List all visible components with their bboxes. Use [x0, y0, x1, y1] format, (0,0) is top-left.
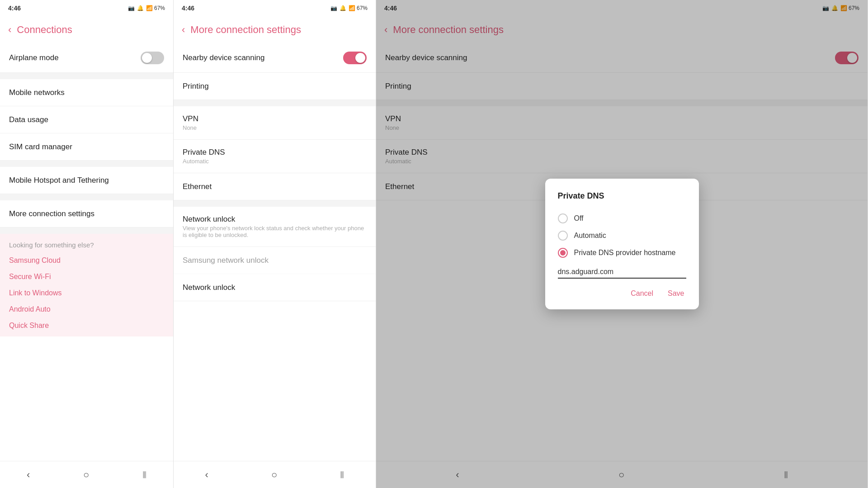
- radio-label-automatic: Automatic: [574, 232, 606, 240]
- dns-input-row: [558, 268, 686, 279]
- radio-automatic[interactable]: Automatic: [558, 227, 686, 244]
- top-bar-1: ‹ Connections: [0, 16, 173, 43]
- toggle-airplane[interactable]: [141, 52, 164, 64]
- status-icons-1: 📷 🔔 📶 67%: [128, 5, 165, 11]
- radio-off[interactable]: Off: [558, 210, 686, 227]
- back-button-1[interactable]: ‹: [8, 24, 11, 36]
- battery-icon-1: 📶 67%: [146, 5, 165, 11]
- label-more-connection: More connection settings: [9, 209, 94, 218]
- nav-back-1[interactable]: ‹: [16, 465, 41, 484]
- signal-icon-1: 📷: [128, 5, 135, 11]
- back-button-2[interactable]: ‹: [182, 24, 185, 36]
- dialog-actions: Cancel Save: [558, 287, 686, 300]
- private-dns-text-p2: Private DNS Automatic: [183, 148, 225, 165]
- sublabel-private-dns-p2: Automatic: [183, 158, 225, 165]
- settings-item-more-connection[interactable]: More connection settings: [0, 200, 173, 227]
- settings-item-private-dns-p2[interactable]: Private DNS Automatic: [174, 140, 376, 173]
- settings-item-nearby-scan[interactable]: Nearby device scanning: [174, 43, 376, 73]
- sep-4: [0, 227, 173, 234]
- settings-item-sim[interactable]: SIM card manager: [0, 133, 173, 161]
- battery-icon-2: 📶 67%: [349, 5, 368, 11]
- looking-for-section: Looking for something else? Samsung Clou…: [0, 234, 173, 336]
- page-title-2: More connection settings: [190, 24, 301, 36]
- sublabel-vpn: None: [183, 124, 198, 131]
- cam-icon-2: 📷: [330, 5, 337, 11]
- bell-icon-2: 🔔: [340, 5, 346, 11]
- settings-list-1: Airplane mode Mobile networks Data usage…: [0, 43, 173, 461]
- label-network-unlock-header: Network unlock: [183, 215, 367, 224]
- dialog-title: Private DNS: [558, 191, 686, 201]
- time-1: 4:46: [8, 5, 21, 12]
- label-network-unlock: Network unlock: [183, 283, 235, 292]
- link-android-auto[interactable]: Android Auto: [9, 301, 164, 317]
- status-bar-2: 4:46 📷 🔔 📶 67%: [174, 0, 376, 16]
- save-button[interactable]: Save: [666, 287, 686, 300]
- settings-item-network-unlock-header[interactable]: Network unlock View your phone's network…: [174, 207, 376, 247]
- label-nearby-scan: Nearby device scanning: [183, 53, 264, 62]
- looking-for-header: Looking for something else?: [9, 241, 164, 249]
- settings-item-network-unlock[interactable]: Network unlock: [174, 274, 376, 301]
- label-hotspot: Mobile Hotspot and Tethering: [9, 176, 109, 185]
- toggle-nearby-scan[interactable]: [343, 52, 367, 64]
- settings-item-hotspot[interactable]: Mobile Hotspot and Tethering: [0, 167, 173, 194]
- page-title-1: Connections: [17, 24, 72, 36]
- label-airplane: Airplane mode: [9, 53, 59, 62]
- dialog-overlay: Private DNS Off Automatic Private DNS pr…: [376, 0, 868, 488]
- settings-item-printing[interactable]: Printing: [174, 73, 376, 100]
- settings-item-vpn[interactable]: VPN None: [174, 106, 376, 140]
- link-secure-wifi[interactable]: Secure Wi-Fi: [9, 269, 164, 285]
- sep-2: [0, 161, 173, 167]
- desc-network-unlock: View your phone's network lock status an…: [183, 225, 367, 238]
- time-2: 4:46: [182, 5, 194, 12]
- panel-connections: 4:46 📷 🔔 📶 67% ‹ Connections Airplane mo…: [0, 0, 174, 488]
- label-mobile-networks: Mobile networks: [9, 88, 65, 97]
- label-ethernet-p2: Ethernet: [183, 182, 212, 191]
- label-vpn: VPN: [183, 114, 198, 123]
- label-sim: SIM card manager: [9, 142, 72, 152]
- nav-recents-2[interactable]: ⦀: [329, 465, 355, 484]
- sep-3: [0, 194, 173, 200]
- wifi-icon-1: 🔔: [137, 5, 144, 11]
- link-samsung-cloud[interactable]: Samsung Cloud: [9, 252, 164, 269]
- bottom-nav-2: ‹ ○ ⦀: [174, 461, 376, 488]
- radio-label-hostname: Private DNS provider hostname: [574, 249, 676, 257]
- settings-item-data-usage[interactable]: Data usage: [0, 106, 173, 133]
- dns-input-field[interactable]: [558, 268, 686, 276]
- nav-recents-1[interactable]: ⦀: [132, 465, 157, 484]
- settings-item-ethernet-p2[interactable]: Ethernet: [174, 173, 376, 200]
- radio-hostname[interactable]: Private DNS provider hostname: [558, 244, 686, 261]
- bottom-nav-1: ‹ ○ ⦀: [0, 461, 173, 488]
- sep-p2-2: [174, 200, 376, 207]
- status-icons-2: 📷 🔔 📶 67%: [330, 5, 368, 11]
- vpn-text: VPN None: [183, 114, 198, 131]
- label-samsung-unlock: Samsung network unlock: [183, 256, 269, 265]
- settings-item-mobile-networks[interactable]: Mobile networks: [0, 79, 173, 106]
- cancel-button[interactable]: Cancel: [629, 287, 655, 300]
- nav-home-2[interactable]: ○: [260, 465, 288, 484]
- panel-more-connection-dialog: 4:46 📷 🔔 📶 67% ‹ More connection setting…: [376, 0, 868, 488]
- settings-list-2: Nearby device scanning Printing VPN None…: [174, 43, 376, 461]
- link-link-to-windows[interactable]: Link to Windows: [9, 285, 164, 301]
- label-data-usage: Data usage: [9, 115, 48, 124]
- private-dns-dialog: Private DNS Off Automatic Private DNS pr…: [545, 179, 699, 309]
- settings-item-airplane[interactable]: Airplane mode: [0, 43, 173, 73]
- radio-circle-off: [558, 213, 568, 223]
- sep-1: [0, 73, 173, 79]
- nav-back-2[interactable]: ‹: [194, 465, 219, 484]
- radio-circle-automatic: [558, 231, 568, 241]
- top-bar-2: ‹ More connection settings: [174, 16, 376, 43]
- settings-item-samsung-unlock[interactable]: Samsung network unlock: [174, 247, 376, 274]
- sep-p2-1: [174, 100, 376, 106]
- panel-more-connection: 4:46 📷 🔔 📶 67% ‹ More connection setting…: [174, 0, 376, 488]
- label-printing: Printing: [183, 82, 209, 91]
- nav-home-1[interactable]: ○: [72, 465, 100, 484]
- status-bar-1: 4:46 📷 🔔 📶 67%: [0, 0, 173, 16]
- radio-circle-hostname: [558, 248, 568, 258]
- link-quick-share[interactable]: Quick Share: [9, 317, 164, 334]
- label-private-dns-p2: Private DNS: [183, 148, 225, 157]
- network-unlock-header-text: Network unlock View your phone's network…: [183, 215, 367, 238]
- radio-label-off: Off: [574, 214, 584, 223]
